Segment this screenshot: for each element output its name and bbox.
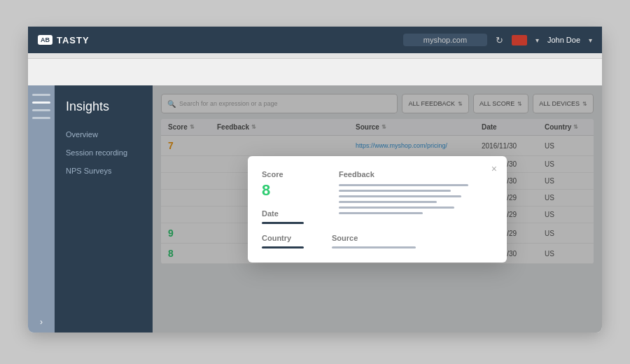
main-content: 🔍 Search for an expression or a page ALL… [153, 85, 602, 332]
refresh-icon[interactable]: ↻ [496, 35, 503, 46]
modal-left-section: Score 8 Date [262, 170, 332, 224]
sidebar-icon-4[interactable] [32, 117, 50, 119]
sidebar-item-nps-surveys[interactable]: NPS Surveys [55, 162, 153, 180]
sidebar-icon-1[interactable] [32, 94, 50, 96]
date-label: Date [262, 209, 332, 218]
modal-source-section: Source [332, 234, 493, 248]
feedback-line-1 [339, 184, 468, 186]
modal-bottom-section: Country Source [262, 234, 493, 248]
feedback-line-5 [339, 206, 454, 209]
nav-sidebar: Insights Overview Session recording NPS … [55, 85, 153, 332]
date-modal-value [262, 222, 304, 224]
source-modal-value [332, 246, 416, 248]
feedback-line-2 [339, 190, 451, 192]
nav-url[interactable]: myshop.com [403, 34, 487, 46]
logo-icon: AB [38, 35, 52, 45]
top-nav: AB TASTY myshop.com ↻ ▾ John Doe ▾ [28, 31, 602, 53]
logo-area: AB TASTY [38, 35, 90, 46]
modal-overlay[interactable]: × Score 8 Date Fee [153, 85, 602, 332]
sidebar-title: Insights [55, 94, 153, 125]
score-label: Score [262, 170, 332, 178]
feedback-label: Feedback [339, 170, 493, 178]
flag-dropdown-arrow[interactable]: ▾ [536, 36, 539, 44]
country-modal-value [262, 246, 304, 248]
sidebar-collapse-icon[interactable]: › [40, 317, 43, 327]
user-dropdown-arrow[interactable]: ▾ [589, 36, 592, 44]
modal-dialog: × Score 8 Date Fee [248, 156, 507, 262]
modal-close-button[interactable]: × [491, 163, 497, 174]
sidebar-icon-2[interactable] [32, 102, 50, 104]
modal-country-section: Country [262, 234, 332, 248]
feedback-line-4 [339, 201, 437, 203]
sidebar-icons: › [28, 85, 55, 332]
main-layout: › Insights Overview Session recording NP… [28, 85, 602, 332]
modal-top-section: Score 8 Date Feedback [262, 170, 493, 224]
logo-text: TASTY [57, 35, 90, 46]
flag-icon [512, 35, 527, 46]
feedback-content [339, 184, 493, 214]
feedback-line-6 [339, 212, 423, 214]
sidebar-item-overview[interactable]: Overview [55, 125, 153, 144]
user-label: John Doe [547, 36, 580, 44]
source-label: Source [332, 234, 493, 242]
sidebar-item-session-recording[interactable]: Session recording [55, 144, 153, 162]
modal-right-section: Feedback [339, 170, 493, 224]
sidebar-icon-3[interactable] [32, 109, 50, 111]
score-modal-value: 8 [262, 181, 332, 200]
feedback-line-3 [339, 195, 461, 197]
country-label: Country [262, 234, 332, 242]
